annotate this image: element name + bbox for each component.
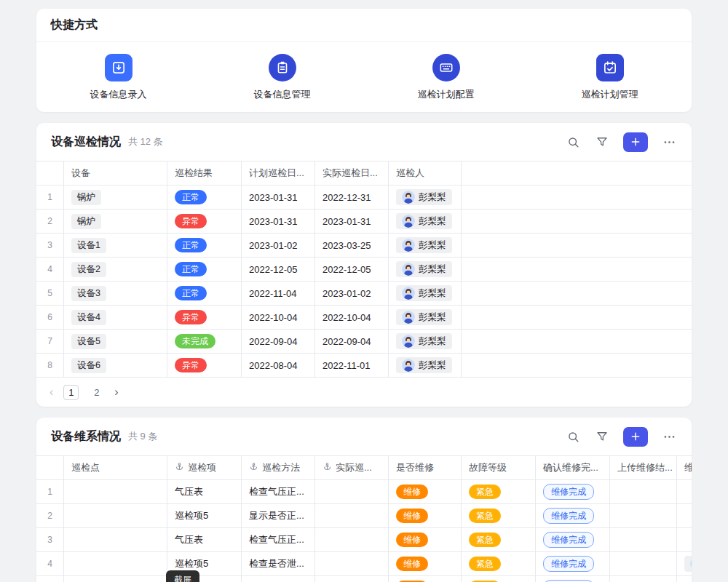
status-badge[interactable]: 未完成 — [175, 334, 215, 348]
search-icon[interactable] — [565, 134, 581, 150]
confirm-repair-badge[interactable]: 维修完成 — [543, 508, 594, 524]
fault-level-badge[interactable]: 紧急 — [469, 509, 501, 523]
filter-icon[interactable] — [594, 428, 610, 445]
column-header[interactable]: 巡检方法 — [242, 456, 315, 479]
avatar — [402, 215, 415, 228]
table-row[interactable]: 5巡检项5显示是否正...维修紧急维修完成 — [36, 576, 692, 582]
repair-badge[interactable]: 维修 — [396, 485, 428, 499]
shortcut-3[interactable]: 巡检计划配置 — [364, 54, 528, 101]
table-row[interactable]: 7设备5未完成2022-09-042022-09-04彭梨梨 — [36, 330, 692, 354]
inspector-chip[interactable]: 彭梨梨 — [396, 333, 452, 349]
confirm-repair-badge[interactable]: 维修完成 — [543, 556, 594, 572]
keyboard-icon — [432, 54, 460, 81]
device-chip[interactable]: 设备1 — [71, 238, 106, 253]
column-header[interactable]: 巡检结果 — [167, 162, 242, 185]
inspector-chip[interactable]: 彭梨梨 — [396, 261, 452, 277]
pagination-next[interactable]: › — [114, 386, 118, 398]
row-number: 1 — [36, 186, 64, 209]
shortcut-4[interactable]: 巡检计划管理 — [528, 54, 692, 101]
column-header[interactable]: 巡检项 — [167, 456, 242, 479]
inspector-chip[interactable]: 彭梨梨 — [396, 213, 452, 229]
status-badge[interactable]: 正常 — [175, 190, 207, 204]
repair-badge[interactable]: 维修 — [396, 533, 428, 547]
table-row[interactable]: 3设备1正常2023-01-022023-03-25彭梨梨 — [36, 234, 692, 258]
upload-result-cell — [610, 480, 677, 503]
table-row[interactable]: 6设备4异常2022-10-042022-10-04彭梨梨 — [36, 306, 692, 330]
column-header[interactable]: 实际巡检日... — [315, 162, 389, 185]
column-header[interactable]: 计划巡检日... — [242, 162, 315, 185]
table-row[interactable]: 3气压表检查气压正...维修紧急维修完成 — [36, 528, 692, 552]
inspector-chip[interactable]: 彭梨梨 — [396, 357, 452, 373]
inspector-name: 彭梨梨 — [419, 215, 446, 228]
table-row[interactable]: 8设备6异常2022-08-042022-11-01彭梨梨 — [36, 354, 692, 378]
inspector-chip[interactable]: 彭梨梨 — [396, 189, 452, 205]
confirm-repair-badge[interactable]: 维修完成 — [543, 484, 594, 500]
inspector-chip[interactable]: 彭梨梨 — [396, 237, 452, 253]
pagination-prev[interactable]: ‹ — [50, 386, 53, 398]
inspector-cell: 彭梨梨 — [389, 210, 462, 233]
more-icon[interactable] — [661, 134, 677, 150]
inspector-name: 彭梨梨 — [419, 191, 446, 204]
status-badge[interactable]: 正常 — [175, 238, 207, 252]
status-badge[interactable]: 正常 — [175, 286, 207, 300]
column-header-text: 是否维修 — [396, 461, 434, 474]
search-icon[interactable] — [565, 428, 581, 445]
table-row[interactable]: 4巡检项5检查是否泄...维修紧急维修完成 — [36, 552, 692, 576]
column-header[interactable]: 维... — [677, 456, 692, 479]
table-row[interactable]: 2锅炉异常2023-01-312023-01-31彭梨梨 — [36, 210, 692, 234]
column-header[interactable]: 是否维修 — [389, 456, 462, 479]
status-badge[interactable]: 异常 — [175, 214, 207, 228]
column-header[interactable]: 确认维修完... — [536, 456, 610, 479]
person-chip[interactable] — [684, 556, 692, 572]
add-record-button[interactable] — [623, 427, 648, 447]
shortcut-label: 设备信息管理 — [254, 88, 311, 101]
column-header[interactable]: 巡检点 — [64, 456, 167, 479]
column-header-label: 计划巡检日... — [249, 167, 304, 180]
inspector-chip[interactable]: 彭梨梨 — [396, 285, 452, 301]
dashboard: 快捷方式 设备信息录入设备信息管理巡检计划配置巡检计划管理 设备巡检情况 共 1… — [0, 0, 728, 582]
table-row[interactable]: 5设备3正常2022-11-042023-01-02彭梨梨 — [36, 282, 692, 306]
pagination: ‹12› — [36, 378, 692, 407]
inspector-chip[interactable]: 彭梨梨 — [396, 309, 452, 325]
confirm-repair-badge[interactable]: 维修完成 — [543, 532, 594, 548]
inspector-cell: 彭梨梨 — [389, 306, 462, 329]
device-chip[interactable]: 设备5 — [71, 334, 106, 349]
fault-level-badge[interactable]: 紧急 — [469, 533, 501, 547]
shortcut-1[interactable]: 设备信息录入 — [36, 54, 200, 101]
device-chip[interactable]: 锅炉 — [71, 190, 101, 205]
status-badge[interactable]: 正常 — [175, 262, 207, 276]
page-number[interactable]: 2 — [89, 385, 104, 400]
table-row[interactable]: 4设备2正常2022-12-052022-12-05彭梨梨 — [36, 258, 692, 282]
repair-cell: 维修 — [389, 552, 462, 575]
page-number[interactable]: 1 — [63, 385, 79, 400]
column-header[interactable]: 巡检人 — [389, 162, 462, 185]
column-header[interactable]: 实际巡... — [315, 456, 389, 479]
plan-date-cell: 2022-09-04 — [242, 330, 315, 353]
device-chip[interactable]: 设备6 — [71, 358, 106, 373]
fault-level-badge[interactable]: 紧急 — [469, 557, 501, 571]
inspector-cell: 彭梨梨 — [389, 186, 462, 209]
status-badge[interactable]: 异常 — [175, 310, 207, 324]
column-header[interactable]: 设备 — [64, 162, 167, 185]
device-chip[interactable]: 设备3 — [71, 286, 106, 301]
add-record-button[interactable] — [623, 132, 648, 152]
avatar — [402, 311, 415, 324]
more-icon[interactable] — [661, 428, 677, 445]
column-header[interactable]: 上传维修结... — [610, 456, 677, 479]
table-row[interactable]: 1气压表检查气压正...维修紧急维修完成 — [36, 480, 692, 504]
shortcut-2[interactable]: 设备信息管理 — [200, 54, 364, 101]
fault-level-cell: 紧急 — [462, 552, 536, 575]
column-header[interactable]: 故障等级 — [462, 456, 536, 479]
table-row[interactable]: 1锅炉正常2023-01-312022-12-31彭梨梨 — [36, 186, 692, 210]
device-chip[interactable]: 设备2 — [71, 262, 106, 277]
repair-badge[interactable]: 维修 — [396, 557, 428, 571]
device-chip[interactable]: 锅炉 — [71, 214, 101, 229]
inspection-method-cell: 显示是否正... — [242, 576, 315, 582]
table-row[interactable]: 2巡检项5显示是否正...维修紧急维修完成 — [36, 504, 692, 528]
device-chip[interactable]: 设备4 — [71, 310, 106, 325]
repair-badge[interactable]: 维修 — [396, 509, 428, 523]
status-badge[interactable]: 异常 — [175, 358, 207, 372]
fault-level-badge[interactable]: 紧急 — [469, 485, 501, 499]
filter-icon[interactable] — [594, 134, 610, 150]
avatar — [402, 287, 415, 300]
